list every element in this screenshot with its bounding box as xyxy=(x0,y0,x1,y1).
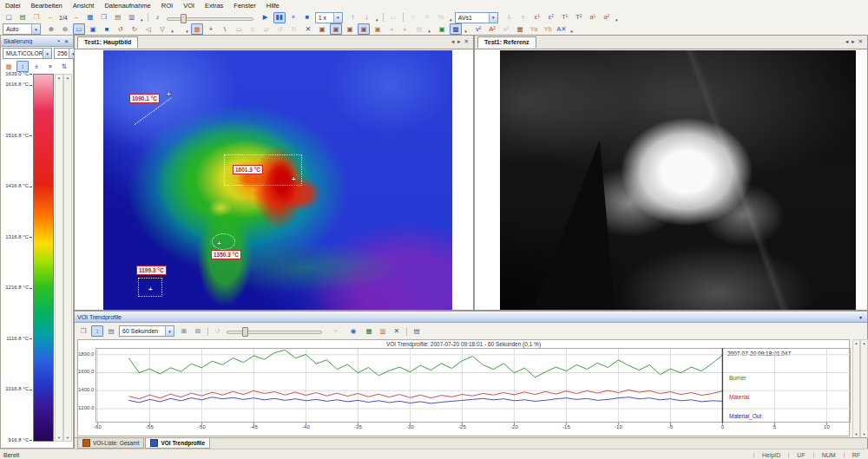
palette-icon[interactable]: ▦ xyxy=(191,23,203,35)
play-icon[interactable]: ▶ xyxy=(260,12,272,23)
toolbar-overflow-icon[interactable]: ▾ xyxy=(139,13,145,23)
temp-range-2-icon[interactable]: T² xyxy=(573,12,585,23)
toolbar-overflow-icon[interactable]: ▾ xyxy=(169,24,175,34)
temp-range-1-icon[interactable]: T¹ xyxy=(559,12,571,23)
open-icon[interactable]: ❐ xyxy=(30,12,43,23)
toolbar-overflow-icon[interactable]: ▾ xyxy=(569,24,575,34)
playback-position-slider-thumb[interactable] xyxy=(181,14,187,23)
zoom-out-icon[interactable]: ⊖ xyxy=(59,23,71,35)
zoom-time-out-icon[interactable]: ⊟ xyxy=(192,325,204,337)
emissivity-2-icon[interactable]: ε² xyxy=(545,12,557,23)
arrow-up-icon[interactable]: ▲ xyxy=(56,75,62,80)
profile-settings-icon[interactable]: ▤ xyxy=(105,325,117,337)
arrow-down-icon[interactable]: ▼ xyxy=(64,436,71,440)
clear-chart-icon[interactable]: ✕ xyxy=(391,325,403,337)
rotate-left-icon[interactable]: ↺ xyxy=(115,23,127,35)
zoom-window-icon[interactable]: ▣ xyxy=(87,23,99,35)
fast-forward-icon[interactable]: » xyxy=(287,12,299,23)
pin-icon[interactable]: ▪ xyxy=(55,38,62,43)
import-roi-icon[interactable]: ▣ xyxy=(344,23,356,35)
voi-table-icon[interactable]: ▦ xyxy=(514,23,526,35)
toolbar-overflow-icon[interactable]: ▾ xyxy=(614,13,620,23)
tab-scroll-right-icon[interactable]: ▸ xyxy=(850,38,856,44)
avs-combo[interactable]: AVs1▾ xyxy=(455,12,498,23)
copy-roi-icon[interactable]: ▣ xyxy=(316,23,328,35)
paste-roi-icon[interactable]: ▣ xyxy=(330,23,342,35)
menu-hilfe[interactable]: Hilfe xyxy=(261,1,285,10)
chart-scrollbar-2[interactable]: ▲ ▼ xyxy=(860,339,868,438)
trend-plot[interactable] xyxy=(95,348,851,428)
emissivity-1-icon[interactable]: ε¹ xyxy=(531,12,543,23)
new-report-icon[interactable]: ▤ xyxy=(16,12,29,23)
menu-extras[interactable]: Extras xyxy=(200,1,228,10)
speaker-icon[interactable]: ♪ xyxy=(152,12,164,23)
pause-icon[interactable]: ▮▮ xyxy=(273,12,286,23)
scale-mode-combo[interactable]: Auto▾ xyxy=(3,23,41,35)
export-data-icon[interactable]: ▥ xyxy=(126,12,138,23)
history-slider[interactable] xyxy=(227,326,322,336)
playback-position-slider[interactable] xyxy=(167,13,253,23)
print-icon[interactable]: ▤ xyxy=(411,325,423,337)
trend-a-icon[interactable]: Ya xyxy=(528,23,540,35)
arrow-down-icon[interactable]: ▼ xyxy=(861,432,867,436)
zoom-fit-icon[interactable]: ▭ xyxy=(73,23,85,35)
toolbar-overflow-icon[interactable]: ▾ xyxy=(426,24,432,34)
flip-vertical-icon[interactable]: ▽ xyxy=(156,23,168,35)
arrow-down-icon[interactable]: ▼ xyxy=(853,432,859,436)
rotate-right-icon[interactable]: ↻ xyxy=(128,23,141,35)
scale-min-scrollbar[interactable]: ▲ ▼ xyxy=(63,74,72,442)
save-icon[interactable]: ▦ xyxy=(84,12,96,23)
playback-speed-combo[interactable]: 1 x▾ xyxy=(315,12,343,23)
close-icon[interactable]: ✕ xyxy=(62,38,70,44)
prev-frame-icon[interactable]: ← xyxy=(44,12,56,23)
chevron-down-icon[interactable]: ▾ xyxy=(43,49,51,58)
show-values-icon[interactable]: ◉ xyxy=(347,325,359,337)
close-view-icon[interactable]: ✕ xyxy=(857,38,865,44)
apply-roi-icon[interactable]: ▣ xyxy=(372,23,384,35)
arrow-down-icon[interactable]: ▼ xyxy=(56,436,62,440)
chart-scrollbar-1[interactable]: ▲ ▼ xyxy=(852,339,860,438)
toolbar-overflow-icon[interactable]: ▾ xyxy=(184,24,190,34)
temperature-label[interactable]: 1601.3 °C xyxy=(233,165,263,174)
next-frame-icon[interactable]: → xyxy=(70,12,82,23)
toolbar-overflow-icon[interactable]: ▾ xyxy=(374,13,380,23)
export-image-icon[interactable]: ▤ xyxy=(112,12,124,23)
value-display-icon[interactable]: v² xyxy=(472,23,484,35)
chevron-down-icon[interactable]: ▾ xyxy=(333,13,342,23)
clear-voi-icon[interactable]: A✕ xyxy=(556,23,568,35)
arrow-up-icon[interactable]: ▲ xyxy=(861,341,867,345)
zoom-in-icon[interactable]: ⊕ xyxy=(45,23,57,35)
color-scale-bar[interactable] xyxy=(33,74,54,442)
polygon-roi-icon[interactable]: ▱ xyxy=(260,23,273,35)
panel-menu-icon[interactable]: ▾ xyxy=(857,314,865,320)
temperature-label[interactable]: 1090.1 °C xyxy=(129,94,160,103)
delete-roi-icon[interactable]: ✕ xyxy=(302,23,314,35)
menu-voi[interactable]: VOI xyxy=(178,1,200,10)
toolbar-overflow-icon[interactable]: ▾ xyxy=(463,24,469,34)
palette-combo[interactable]: MULTICOLOR ▾ xyxy=(3,48,52,59)
reference-image[interactable] xyxy=(500,50,856,310)
step-down-icon[interactable]: ↓ xyxy=(361,12,373,23)
span-icon[interactable]: ≡ xyxy=(44,61,56,72)
close-view-icon[interactable]: ✕ xyxy=(463,38,470,44)
export-roi-icon[interactable]: ▣ xyxy=(358,23,370,35)
zoom-time-in-icon[interactable]: ⊞ xyxy=(178,325,190,337)
chevron-down-icon[interactable]: ▾ xyxy=(489,13,497,23)
tab-referenz[interactable]: Test1: Referenz xyxy=(477,36,536,48)
trend-b-icon[interactable]: Yb xyxy=(542,23,554,35)
alpha-1-icon[interactable]: a¹ xyxy=(587,12,599,23)
tab-hauptbild[interactable]: Test1: Hauptbild xyxy=(77,36,138,48)
full-image-icon[interactable]: ■ xyxy=(101,23,113,35)
menu-roi[interactable]: ROI xyxy=(156,1,178,10)
chart-settings-icon[interactable]: ▥ xyxy=(377,325,389,337)
shift-scale-icon[interactable]: ⇅ xyxy=(58,61,70,72)
chevron-down-icon[interactable]: ▾ xyxy=(165,326,174,336)
tab-scroll-right-icon[interactable]: ▸ xyxy=(456,38,462,44)
arrow-up-icon[interactable]: ▲ xyxy=(64,75,71,80)
interval-combo[interactable]: 60 Sekunden▾ xyxy=(119,325,174,337)
chevron-down-icon[interactable]: ▾ xyxy=(31,24,40,34)
temperature-label[interactable]: 1199.3 °C xyxy=(136,266,167,275)
voi-select-icon[interactable]: ❐ xyxy=(77,325,89,337)
toolbar-overflow-icon[interactable]: ▾ xyxy=(448,13,454,23)
copy-icon[interactable]: ❐ xyxy=(98,12,110,23)
